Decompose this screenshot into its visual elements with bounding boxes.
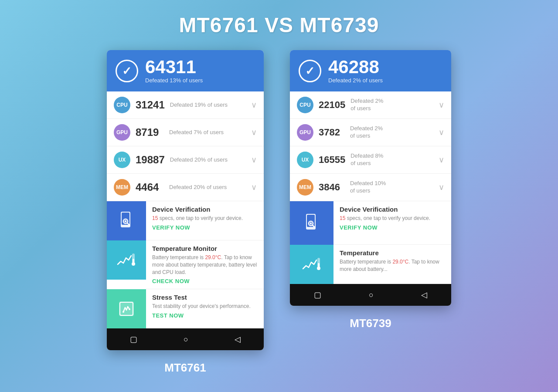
svg-point-12 xyxy=(129,308,130,310)
right-temperature-content: Temperature Battery temperature is 29.0°… xyxy=(333,245,451,284)
left-cpu-badge: CPU xyxy=(114,97,130,113)
left-temperature-action[interactable]: CHECK NOW xyxy=(152,278,258,284)
right-cpu-badge: CPU xyxy=(297,97,313,113)
right-nav-back[interactable]: ◁ xyxy=(421,290,427,300)
left-mem-badge: MEM xyxy=(114,179,130,196)
left-nav-square[interactable]: ▢ xyxy=(130,335,137,344)
right-temperature-desc: Battery temperature is 29.0°C. Tap to kn… xyxy=(340,258,445,273)
left-temperature-card: Temperature Monitor Battery temperature … xyxy=(107,240,264,289)
left-verification-content: Device Verification 15 specs, one tap to… xyxy=(146,201,264,240)
right-temperature-card: Temperature Battery temperature is 29.0°… xyxy=(290,245,451,284)
svg-point-11 xyxy=(122,311,124,313)
right-ux-defeated: Defeated 8%of users xyxy=(350,152,433,167)
right-score-header: ✓ 46288 Defeated 2% of users xyxy=(290,50,451,91)
left-ux-defeated: Defeated 20% of users xyxy=(170,156,246,164)
svg-point-21 xyxy=(317,267,320,270)
left-verification-card: Device Verification 15 specs, one tap to… xyxy=(107,201,264,240)
right-ux-chevron[interactable]: ∨ xyxy=(439,155,444,165)
left-verification-highlight: 15 xyxy=(152,215,158,221)
left-check-icon: ✓ xyxy=(122,65,132,77)
left-benchmark-list: CPU 31241 Defeated 19% of users ∨ GPU 87… xyxy=(107,91,264,201)
phones-container: ✓ 64311 Defeated 13% of users CPU 31241 … xyxy=(107,50,451,375)
right-gpu-value: 3782 xyxy=(319,127,345,138)
left-nav-bar: ▢ ○ ◁ xyxy=(107,328,264,350)
right-verification-content: Device Verification 15 specs, one tap to… xyxy=(333,201,451,245)
right-check-icon: ✓ xyxy=(305,65,315,77)
left-bench-mem: MEM 4464 Defeated 20% of users ∨ xyxy=(107,174,264,201)
left-verification-icon-box xyxy=(107,201,146,240)
left-cpu-chevron[interactable]: ∨ xyxy=(251,100,257,110)
right-verification-icon-box xyxy=(290,201,333,245)
left-temperature-desc: Battery temperature is 29.0°C. Tap to kn… xyxy=(152,254,258,276)
right-ux-value: 16555 xyxy=(319,154,345,166)
right-ux-badge: UX xyxy=(297,152,313,168)
left-temperature-title: Temperature Monitor xyxy=(152,245,258,252)
left-ux-chevron[interactable]: ∨ xyxy=(251,155,257,165)
right-verification-title: Device Verification xyxy=(340,206,445,213)
left-stress-content: Stress Test Test stability of your devic… xyxy=(146,289,264,328)
left-temperature-content: Temperature Monitor Battery temperature … xyxy=(146,240,264,289)
left-nav-circle[interactable]: ○ xyxy=(184,335,188,344)
left-cpu-defeated: Defeated 19% of users xyxy=(170,101,246,109)
right-mem-badge: MEM xyxy=(297,179,313,196)
right-gpu-defeated: Defeated 2%of users xyxy=(350,125,433,140)
right-mem-defeated: Defeated 10%of users xyxy=(350,180,433,195)
left-score-info: 64311 Defeated 13% of users xyxy=(145,58,203,84)
left-stress-card: Stress Test Test stability of your devic… xyxy=(107,289,264,328)
right-gpu-chevron[interactable]: ∨ xyxy=(439,128,444,137)
right-verification-desc: 15 specs, one tap to verify your device. xyxy=(340,215,445,222)
left-mem-chevron[interactable]: ∨ xyxy=(251,182,257,192)
left-phone-frame: ✓ 64311 Defeated 13% of users CPU 31241 … xyxy=(107,50,264,350)
right-nav-square[interactable]: ▢ xyxy=(314,290,321,300)
right-temp-value: 29.0°C xyxy=(392,259,408,265)
left-verification-action[interactable]: VERIFY NOW xyxy=(152,224,258,231)
left-gpu-chevron[interactable]: ∨ xyxy=(251,128,257,137)
left-verification-desc: 15 specs, one tap to verify your device. xyxy=(152,215,258,222)
right-temperature-title: Temperature xyxy=(340,249,445,257)
left-temp-value: 29.0°C xyxy=(205,254,221,260)
left-stress-icon-box xyxy=(107,289,146,328)
left-stress-title: Stress Test xyxy=(152,294,258,301)
left-bench-ux: UX 19887 Defeated 20% of users ∨ xyxy=(107,146,264,174)
right-nav-bar: ▢ ○ ◁ xyxy=(290,284,451,306)
right-cpu-chevron[interactable]: ∨ xyxy=(439,100,444,110)
left-gpu-value: 8719 xyxy=(136,126,164,139)
right-mem-chevron[interactable]: ∨ xyxy=(439,182,444,192)
left-temperature-icon-box xyxy=(107,240,146,280)
right-temperature-icon-box xyxy=(290,245,333,284)
left-temperature-icon xyxy=(116,249,137,271)
left-stress-icon xyxy=(116,298,137,320)
right-verification-action[interactable]: VERIFY NOW xyxy=(340,224,445,231)
left-phone-wrapper: ✓ 64311 Defeated 13% of users CPU 31241 … xyxy=(107,50,264,375)
right-temperature-icon xyxy=(301,253,323,275)
right-cpu-defeated: Defeated 2%of users xyxy=(350,98,433,112)
left-nav-back[interactable]: ◁ xyxy=(235,335,241,344)
left-stress-desc: Test stability of your device's performa… xyxy=(152,303,258,310)
right-bench-ux: UX 16555 Defeated 8%of users ∨ xyxy=(290,146,451,174)
left-bench-cpu: CPU 31241 Defeated 19% of users ∨ xyxy=(107,91,264,119)
svg-point-8 xyxy=(132,262,135,266)
right-verification-icon xyxy=(301,212,323,234)
right-score-subtitle: Defeated 2% of users xyxy=(328,77,383,84)
left-mem-value: 4464 xyxy=(136,181,164,193)
right-mem-value: 3846 xyxy=(319,182,345,193)
right-verification-card: Device Verification 15 specs, one tap to… xyxy=(290,201,451,245)
left-ux-value: 19887 xyxy=(136,154,165,166)
right-nav-circle[interactable]: ○ xyxy=(369,291,374,300)
left-mem-defeated: Defeated 20% of users xyxy=(169,184,246,191)
left-gpu-badge: GPU xyxy=(114,124,130,141)
right-phone-label: MT6739 xyxy=(350,317,391,330)
right-bench-gpu: GPU 3782 Defeated 2%of users ∨ xyxy=(290,119,451,146)
left-verification-title: Device Verification xyxy=(152,206,258,213)
page-title: MT6761 VS MT6739 xyxy=(179,13,379,37)
left-stress-action[interactable]: TEST NOW xyxy=(152,312,258,319)
svg-point-17 xyxy=(310,223,312,224)
right-bench-mem: MEM 3846 Defeated 10%of users ∨ xyxy=(290,174,451,201)
right-phone-frame: ✓ 46288 Defeated 2% of users CPU 22105 D… xyxy=(290,50,451,306)
right-bench-cpu: CPU 22105 Defeated 2%of users ∨ xyxy=(290,91,451,119)
right-phone-wrapper: ✓ 46288 Defeated 2% of users CPU 22105 D… xyxy=(290,50,451,330)
left-cpu-value: 31241 xyxy=(136,99,165,111)
right-score-number: 46288 xyxy=(328,58,383,76)
right-check-circle: ✓ xyxy=(299,60,321,82)
left-check-circle: ✓ xyxy=(116,60,138,82)
